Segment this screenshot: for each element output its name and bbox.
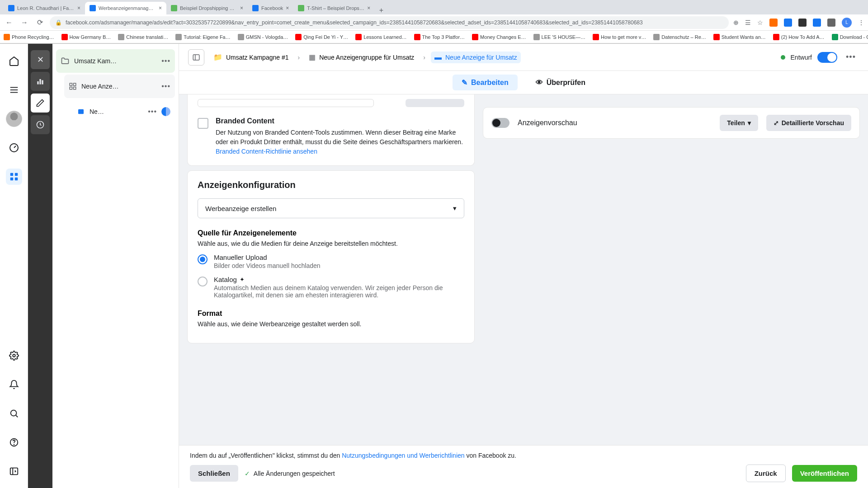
svg-rect-6 (10, 178, 13, 180)
bookmark-item[interactable]: Chinese translati… (118, 34, 168, 40)
url-bar[interactable]: 🔒facebook.com/adsmanager/manage/ads/edit… (50, 16, 729, 29)
close-editor-button[interactable]: ✕ (31, 50, 50, 69)
more-icon[interactable]: ••• (161, 82, 170, 90)
breadcrumb-adset[interactable]: ▦Neue Anzeigengruppe für Umsatz (305, 51, 418, 63)
branded-content-checkbox[interactable] (198, 118, 208, 129)
bookmark-item[interactable]: Datenschutz – Re… (653, 34, 706, 40)
close-icon[interactable]: × (286, 5, 289, 11)
forward-button[interactable]: → (19, 19, 30, 27)
preview-toggle[interactable] (491, 118, 509, 128)
gear-icon[interactable] (6, 347, 22, 364)
bookmark-item[interactable]: Download - Cooki… (832, 34, 868, 40)
close-icon[interactable]: × (367, 5, 370, 11)
bell-icon[interactable] (6, 376, 22, 393)
detailed-preview-button[interactable]: ⤢Detaillierte Vorschau (766, 115, 851, 131)
help-icon[interactable] (6, 434, 22, 450)
reload-button[interactable]: ⟳ (34, 18, 45, 27)
more-icon[interactable]: ••• (161, 57, 170, 65)
profile-avatar[interactable]: L (842, 18, 852, 28)
bookmark-item[interactable]: How Germany B… (61, 34, 111, 40)
manual-upload-radio[interactable] (198, 254, 208, 264)
browser-tab[interactable]: Beispiel Dropshipping Store -× (166, 2, 248, 14)
new-tab-button[interactable]: + (375, 6, 387, 14)
more-icon[interactable]: ••• (843, 49, 859, 66)
extension-icon[interactable] (827, 19, 835, 27)
extension-icon[interactable] (784, 19, 792, 27)
tab-edit[interactable]: ✎Bearbeiten (453, 75, 518, 90)
bookmark-item[interactable]: GMSN - Vologda… (238, 34, 288, 40)
main-content: 📁Umsatz Kampagne #1 › ▦Neue Anzeigengrup… (179, 44, 868, 488)
breadcrumb-ad[interactable]: ▬Neue Anzeige für Umsatz (431, 52, 521, 63)
bookmark-item[interactable]: Lessons Learned… (355, 34, 406, 40)
ad-type-select[interactable]: Werbeanzeige erstellen ▾ (198, 198, 464, 218)
truncated-button[interactable] (406, 99, 464, 107)
tree-campaign[interactable]: Umsatz Kam… ••• (56, 49, 175, 73)
more-icon[interactable]: ••• (148, 108, 157, 116)
bookmark-item[interactable]: The Top 3 Platfor… (414, 34, 465, 40)
branded-content-card: Branded Content Der Nutzung von Branded … (187, 94, 475, 166)
tree-ad[interactable]: Ne… ••• (72, 100, 175, 123)
close-icon[interactable]: × (240, 5, 243, 11)
svg-rect-7 (14, 178, 17, 180)
bookmark-item[interactable]: Qing Fei De Yi - Y… (295, 34, 348, 40)
search-icon[interactable] (6, 405, 22, 422)
gauge-icon[interactable] (6, 140, 22, 156)
browser-tab[interactable]: Leon R. Chaudhari | Facebook× (4, 2, 85, 14)
tab-review[interactable]: 👁Überprüfen (527, 75, 594, 90)
truncated-field[interactable] (198, 99, 374, 107)
business-nav-rail (0, 44, 28, 488)
form-column: Branded Content Der Nutzung von Branded … (187, 94, 475, 445)
publish-button[interactable]: Veröffentlichen (792, 465, 857, 482)
zoom-icon[interactable]: ⊕ (733, 19, 739, 26)
close-button[interactable]: Schließen (190, 465, 238, 482)
browser-tab[interactable]: Werbeanzeigenmanager - We× (85, 2, 166, 14)
home-icon[interactable] (6, 53, 22, 69)
tab-bar: Leon R. Chaudhari | Facebook× Werbeanzei… (0, 0, 868, 14)
ad-enabled-toggle[interactable] (817, 52, 837, 63)
status-dot-icon (781, 55, 785, 60)
source-title: Quelle für Anzeigenelemente (198, 229, 464, 237)
translate-icon[interactable]: ☰ (745, 19, 751, 26)
branded-policy-link[interactable]: Branded Content-Richtlinie ansehen (216, 148, 317, 155)
extension-icon[interactable] (798, 19, 807, 27)
menu-icon[interactable] (6, 82, 22, 98)
breadcrumb-campaign[interactable]: 📁Umsatz Kampagne #1 (210, 51, 292, 63)
bookmark-item[interactable]: Tutorial: Eigene Fa… (175, 34, 231, 40)
close-icon[interactable]: × (159, 5, 162, 11)
bookmark-item[interactable]: Money Changes E… (472, 34, 526, 40)
chart-icon[interactable] (31, 72, 50, 91)
catalog-radio[interactable] (198, 277, 208, 286)
edit-icon[interactable] (31, 94, 50, 113)
back-button[interactable]: ← (4, 19, 14, 27)
bookmark-item[interactable]: LEE 'S HOUSE—… (533, 34, 585, 40)
toggle-panel-icon[interactable] (188, 49, 204, 66)
extension-icon[interactable] (813, 19, 821, 27)
grid-icon[interactable] (6, 169, 22, 185)
history-icon[interactable] (31, 115, 50, 134)
account-avatar[interactable] (6, 111, 22, 127)
back-button[interactable]: Zurück (746, 465, 786, 482)
format-title: Format (198, 310, 464, 318)
bookmark-item[interactable]: (2) How To Add A… (773, 34, 825, 40)
svg-rect-17 (42, 80, 43, 84)
bookmark-item[interactable]: Student Wants an… (713, 34, 766, 40)
folder-icon (61, 56, 70, 66)
star-icon[interactable]: ☆ (757, 19, 763, 26)
bookmark-item[interactable]: How to get more v… (593, 34, 646, 40)
collapse-icon[interactable] (6, 463, 22, 479)
extension-icon[interactable] (769, 19, 778, 27)
tree-adset[interactable]: Neue Anze… ••• (64, 75, 175, 98)
status-progress-icon (161, 107, 170, 116)
terms-link[interactable]: Nutzungsbedingungen und Werberichtlinien (342, 452, 464, 459)
browser-tab[interactable]: T-Shirt – Beispiel Dropshippin× (293, 2, 375, 14)
share-button[interactable]: Teilen▾ (720, 115, 758, 131)
bookmark-item[interactable]: Phone Recycling… (4, 34, 54, 40)
svg-rect-19 (70, 83, 72, 85)
svg-line-10 (16, 415, 18, 417)
close-icon[interactable]: × (77, 5, 80, 11)
menu-icon[interactable]: ⋮ (858, 19, 864, 26)
browser-toolbar: ← → ⟳ 🔒facebook.com/adsmanager/manage/ad… (0, 14, 868, 31)
manual-upload-label: Manueller Upload (214, 253, 321, 261)
browser-tab[interactable]: Facebook× (248, 2, 293, 14)
expand-icon: ⤢ (774, 119, 779, 127)
